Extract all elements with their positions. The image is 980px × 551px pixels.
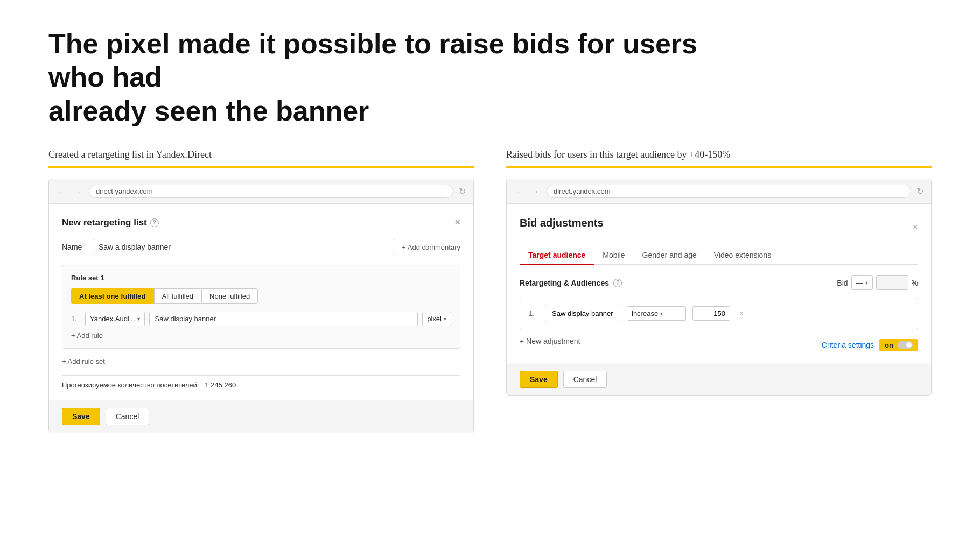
right-bottom-buttons: Save Cancel	[507, 363, 931, 395]
increase-chevron: ▾	[660, 310, 663, 316]
left-browser-bar: ← → direct.yandex.com ↻	[49, 179, 473, 204]
forward-arrow-left[interactable]: →	[72, 186, 83, 197]
right-cancel-button[interactable]: Cancel	[563, 371, 607, 388]
bid-panel-title: Bid adjustments	[520, 217, 604, 229]
right-url-bar[interactable]: direct.yandex.com	[547, 185, 911, 198]
name-label: Name	[62, 243, 86, 251]
right-yellow-bar	[506, 166, 932, 168]
toggle-label: on	[885, 341, 893, 349]
left-panel-title-row: New retargeting list ? ×	[62, 217, 460, 228]
bid-dropdown[interactable]: — ▾	[851, 276, 873, 290]
tabs-row: Target audience Mobile Gender and age Vi…	[520, 246, 918, 265]
left-subtitle: Created a retargeting list in Yandex.Dir…	[48, 149, 474, 160]
forecast-row: Прогнозируемое количество посетителей: 1…	[62, 375, 460, 389]
pixel-chevron: ▾	[444, 316, 446, 322]
left-cancel-button[interactable]: Cancel	[106, 408, 150, 425]
left-column: Created a retargeting list in Yandex.Dir…	[48, 149, 474, 433]
rule-row-1: 1. Yandex.Audi... ▾ pixel ▾	[71, 312, 451, 326]
audience-dropdown[interactable]: Yandex.Audi... ▾	[85, 312, 145, 326]
retargeting-header: Retargeting & Audiences ? Bid — ▾ %	[520, 276, 918, 290]
right-browser: ← → direct.yandex.com ↻ Bid adjustments …	[506, 179, 932, 396]
browser-nav-left: ← →	[57, 186, 83, 197]
back-arrow-left[interactable]: ←	[57, 186, 68, 197]
title-line2: already seen the banner	[48, 95, 369, 126]
left-browser: ← → direct.yandex.com ↻ New retargeting …	[48, 179, 474, 433]
left-browser-content: New retargeting list ? × Name Add commen…	[49, 204, 473, 433]
left-yellow-bar	[48, 166, 474, 168]
add-rule-btn[interactable]: + Add rule	[71, 331, 451, 340]
retargeting-info-icon[interactable]: ?	[613, 279, 622, 287]
increase-dropdown[interactable]: increase ▾	[627, 306, 686, 321]
name-field-row: Name Add commentary	[62, 239, 460, 255]
tab-target-audience[interactable]: Target audience	[520, 246, 594, 264]
right-browser-content: Bid adjustments × Target audience Mobile…	[507, 204, 931, 395]
add-commentary-btn[interactable]: Add commentary	[402, 243, 460, 251]
forecast-label: Прогнозируемое количество посетителей:	[62, 381, 199, 389]
pixel-dropdown[interactable]: pixel ▾	[422, 312, 451, 326]
left-save-button[interactable]: Save	[62, 408, 100, 425]
right-column: Raised bids for users in this target aud…	[506, 149, 932, 396]
rule-set-box: Rule set 1 At least one fulfilled All fu…	[62, 265, 460, 349]
browser-nav-right: ← →	[514, 186, 541, 197]
toggle-switch-icon	[898, 341, 913, 349]
rule-text-input[interactable]	[149, 312, 418, 326]
criteria-group: Criteria settings on	[822, 339, 918, 351]
pixel-value: pixel	[427, 315, 442, 323]
main-title: The pixel made it possible to raise bids…	[48, 27, 748, 128]
right-browser-bar: ← → direct.yandex.com ↻	[507, 179, 931, 204]
right-panel-title-row: Bid adjustments ×	[520, 217, 918, 238]
adjustment-footer: + New adjustment Criteria settings on	[520, 337, 918, 353]
percent-sign: %	[912, 279, 918, 287]
tab-mobile[interactable]: Mobile	[594, 246, 633, 264]
forecast-value: 1 245 260	[205, 381, 236, 389]
left-bottom-buttons: Save Cancel	[49, 400, 473, 433]
right-save-button[interactable]: Save	[520, 371, 558, 388]
right-panel-close[interactable]: ×	[912, 222, 918, 233]
audience-dropdown-chevron: ▾	[137, 316, 140, 322]
fulfill-btn-atleast[interactable]: At least one fulfilled	[71, 288, 154, 304]
fulfill-buttons-group: At least one fulfilled All fulfilled Non…	[71, 288, 451, 304]
bid-chevron: ▾	[865, 280, 868, 286]
audience-dropdown-value: Yandex.Audi...	[90, 315, 135, 323]
panel-close-icon[interactable]: ×	[454, 217, 460, 228]
right-subtitle: Raised bids for users in this target aud…	[506, 149, 932, 160]
new-adjustment-btn[interactable]: + New adjustment	[520, 337, 580, 345]
panel-info-icon[interactable]: ?	[150, 218, 159, 227]
reload-left[interactable]: ↻	[459, 186, 466, 196]
reload-right[interactable]: ↻	[916, 186, 923, 196]
title-line1: The pixel made it possible to raise bids…	[48, 28, 697, 93]
adjustment-row-1: 1. increase ▾ ×	[520, 298, 918, 329]
fulfill-btn-none[interactable]: None fulfilled	[201, 288, 258, 304]
bid-text: Bid	[837, 279, 848, 287]
bid-dash: —	[856, 279, 863, 287]
name-input[interactable]	[93, 239, 395, 255]
tab-video-extensions[interactable]: Video extensions	[705, 246, 780, 264]
two-col-layout: Created a retargeting list in Yandex.Dir…	[48, 149, 932, 433]
increase-value: increase	[632, 309, 658, 317]
retargeting-label: Retargeting & Audiences	[520, 279, 609, 287]
tab-gender-age[interactable]: Gender and age	[634, 246, 705, 264]
back-arrow-right[interactable]: ←	[514, 186, 526, 197]
bid-value-input[interactable]	[876, 276, 908, 290]
bid-adjustment-value[interactable]	[692, 306, 730, 321]
add-rule-set-btn[interactable]: + Add rule set	[62, 357, 460, 365]
rule-set-title: Rule set 1	[71, 274, 451, 282]
panel-title-text: New retargeting list	[62, 217, 147, 228]
adj-num: 1.	[529, 309, 538, 317]
forward-arrow-right[interactable]: →	[529, 186, 541, 197]
audience-name-input[interactable]	[545, 305, 620, 322]
criteria-toggle[interactable]: on	[879, 339, 918, 351]
rule-number: 1.	[71, 315, 81, 323]
bid-label-group: Bid — ▾ %	[837, 276, 918, 290]
fulfill-btn-all[interactable]: All fulfilled	[154, 288, 202, 304]
criteria-settings-link[interactable]: Criteria settings	[822, 341, 874, 349]
remove-adjustment-btn[interactable]: ×	[739, 309, 744, 319]
left-url-bar[interactable]: direct.yandex.com	[89, 185, 453, 198]
